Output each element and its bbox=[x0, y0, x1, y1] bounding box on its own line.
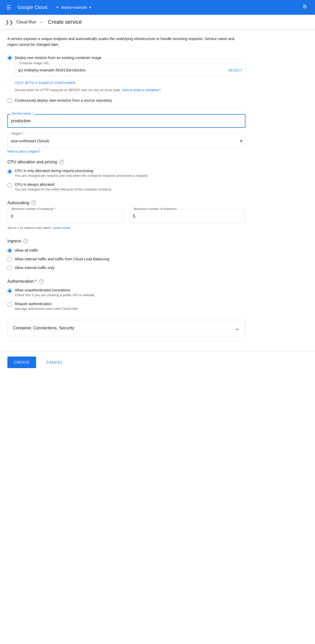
ingress-all-traffic-label: Allow all traffic bbox=[15, 248, 38, 253]
instance-count-inputs: Minimum number of instances * Maximum nu… bbox=[7, 209, 245, 223]
back-arrow-icon: ← bbox=[40, 19, 45, 25]
expand-section-icon: ⌄ bbox=[235, 324, 240, 332]
deploy-from-container-radio[interactable] bbox=[7, 56, 12, 60]
service-name-field: Service name * bbox=[7, 114, 245, 128]
deploy-from-container-label: Deploy one revision from an existing con… bbox=[15, 55, 101, 61]
auth-require-desc: Manage authorized users with Cloud IAM. bbox=[15, 306, 78, 311]
deploy-from-source-radio[interactable] bbox=[7, 98, 12, 103]
cpu-allocation-section: CPU allocation and pricing ? CPU is only… bbox=[7, 160, 245, 192]
auth-require-label: Require authentication bbox=[15, 302, 78, 306]
min-instances-wrapper: Minimum number of instances * bbox=[7, 209, 123, 223]
deploy-from-source-option[interactable]: Continuously deploy new revisions from a… bbox=[7, 98, 245, 103]
cpu-help-icon[interactable]: ? bbox=[59, 160, 64, 164]
cpu-request-only-option[interactable]: CPU is only allocated during request pro… bbox=[7, 169, 245, 178]
cpu-always-label: CPU is always allocated bbox=[15, 182, 112, 187]
container-image-url-input[interactable] bbox=[15, 64, 245, 76]
cpu-section-header: CPU allocation and pricing ? bbox=[7, 160, 245, 164]
ingress-help-icon[interactable]: ? bbox=[23, 239, 28, 243]
auth-require-option[interactable]: Require authentication Manage authorized… bbox=[7, 302, 245, 311]
region-select[interactable]: asia-northeast3 (Seoul) bbox=[7, 134, 245, 148]
page-title: Create service bbox=[48, 19, 82, 25]
ingress-internal-lb-option[interactable]: Allow internal traffic and traffic from … bbox=[7, 256, 245, 262]
cpu-request-only-label: CPU is only allocated during request pro… bbox=[15, 169, 148, 173]
auth-unauthenticated-desc: Check this if you are creating a public … bbox=[15, 293, 95, 297]
ingress-internal-only-radio[interactable] bbox=[7, 266, 12, 270]
max-instances-label: Maximum number of instances bbox=[133, 207, 178, 211]
google-cloud-logo: Google Cloud bbox=[17, 5, 47, 10]
cpu-request-only-desc: You are charged per request and only whe… bbox=[15, 173, 148, 178]
ingress-header: Ingress ? bbox=[7, 239, 245, 243]
container-image-section: Container image URL SELECT TEST WITH A S… bbox=[15, 64, 245, 93]
auth-require-radio[interactable] bbox=[7, 302, 12, 307]
max-instances-wrapper: Maximum number of instances bbox=[130, 209, 245, 223]
cpu-request-only-radio[interactable] bbox=[7, 169, 12, 174]
secondary-nav: ❯❯ Cloud Run ← Create service bbox=[0, 15, 315, 30]
service-breadcrumb[interactable]: Cloud Run bbox=[16, 20, 36, 25]
create-button[interactable]: CREATE bbox=[7, 357, 36, 368]
autoscaling-section: Autoscaling ? Minimum number of instance… bbox=[7, 201, 245, 231]
region-field: Region * asia-northeast3 (Seoul) ▾ How t… bbox=[7, 134, 245, 153]
search-icon: 🔍 bbox=[302, 4, 309, 11]
ingress-title: Ingress bbox=[7, 239, 21, 243]
auth-unauthenticated-label: Allow unauthenticated invocations bbox=[15, 288, 95, 292]
project-icon: ✦ bbox=[56, 5, 59, 9]
project-dropdown-icon: ▾ bbox=[89, 5, 91, 9]
container-connections-security-section[interactable]: Container, Connections, Security ⌄ bbox=[7, 320, 245, 336]
autoscaling-hint: Set to 1 to reduce cold starts. Learn mo… bbox=[7, 225, 245, 231]
min-instances-label: Minimum number of instances * bbox=[11, 207, 57, 211]
cpu-always-desc: You are charged for the entire lifecycle… bbox=[15, 187, 112, 192]
container-image-url-label: Container image URL bbox=[18, 61, 50, 65]
container-connections-title: Container, Connections, Security bbox=[13, 326, 74, 330]
ingress-all-traffic-option[interactable]: Allow all traffic bbox=[7, 248, 245, 253]
auth-help-icon[interactable]: ? bbox=[39, 279, 44, 284]
how-to-pick-region-link[interactable]: How to pick a region? bbox=[7, 149, 40, 153]
auth-unauthenticated-radio[interactable] bbox=[7, 289, 12, 293]
service-name-input-wrapper: Service name * bbox=[7, 114, 245, 128]
test-sample-container-link[interactable]: TEST WITH A SAMPLE CONTAINER bbox=[15, 81, 75, 85]
service-name-label: Service name * bbox=[11, 112, 34, 115]
project-selector[interactable]: ✦ deploy-example ▾ bbox=[56, 5, 91, 9]
authentication-section: Authentication * ? Allow unauthenticated… bbox=[7, 279, 245, 311]
auth-header: Authentication * ? bbox=[7, 279, 245, 284]
action-bar: CREATE CANCEL bbox=[0, 351, 315, 373]
container-help-text: Should listen for HTTP requests on $PORT… bbox=[15, 87, 245, 93]
region-select-wrapper: Region * asia-northeast3 (Seoul) ▾ bbox=[7, 134, 245, 148]
cpu-always-radio[interactable] bbox=[7, 183, 12, 188]
region-label: Region * bbox=[11, 132, 25, 135]
top-nav: ☰ Google Cloud ✦ deploy-example ▾ 🔍 bbox=[0, 0, 315, 15]
search-button[interactable]: 🔍 bbox=[300, 2, 311, 13]
auth-unauthenticated-option[interactable]: Allow unauthenticated invocations Check … bbox=[7, 288, 245, 297]
container-image-url-field: Container image URL SELECT bbox=[15, 64, 245, 76]
select-image-button[interactable]: SELECT bbox=[228, 68, 242, 72]
autoscaling-learn-more-link[interactable]: Learn more bbox=[53, 226, 70, 230]
ingress-internal-lb-radio[interactable] bbox=[7, 257, 12, 262]
cancel-button[interactable]: CANCEL bbox=[40, 357, 69, 368]
cpu-section-title: CPU allocation and pricing bbox=[7, 160, 57, 164]
cpu-always-option[interactable]: CPU is always allocated You are charged … bbox=[7, 182, 245, 192]
breadcrumb-arrows-icon: ❯❯ bbox=[5, 19, 13, 25]
deployment-options: Deploy one revision from an existing con… bbox=[7, 55, 245, 104]
service-name-input[interactable] bbox=[7, 114, 245, 128]
autoscaling-title: Autoscaling bbox=[7, 201, 29, 205]
ingress-internal-only-label: Allow internal traffic only bbox=[15, 265, 55, 271]
autoscaling-help-icon[interactable]: ? bbox=[31, 201, 36, 205]
how-to-build-container-link[interactable]: How to build a container? bbox=[122, 88, 161, 92]
hamburger-icon[interactable]: ☰ bbox=[4, 2, 13, 13]
deploy-from-source-label: Continuously deploy new revisions from a… bbox=[15, 98, 112, 103]
ingress-section: Ingress ? Allow all traffic Allow intern… bbox=[7, 239, 245, 271]
ingress-internal-lb-label: Allow internal traffic and traffic from … bbox=[15, 256, 109, 262]
ingress-all-traffic-radio[interactable] bbox=[7, 248, 12, 253]
ingress-internal-only-option[interactable]: Allow internal traffic only bbox=[7, 265, 245, 271]
max-instances-input[interactable] bbox=[130, 209, 245, 223]
auth-title: Authentication * bbox=[7, 279, 37, 284]
deploy-from-container-option[interactable]: Deploy one revision from an existing con… bbox=[7, 55, 245, 61]
back-button[interactable]: ← bbox=[40, 19, 45, 25]
main-content: A service exposes a unique endpoint and … bbox=[0, 30, 253, 351]
min-instances-input[interactable] bbox=[7, 209, 123, 223]
description-text: A service exposes a unique endpoint and … bbox=[7, 36, 245, 48]
autoscaling-header: Autoscaling ? bbox=[7, 201, 245, 205]
project-name: deploy-example bbox=[61, 5, 87, 9]
